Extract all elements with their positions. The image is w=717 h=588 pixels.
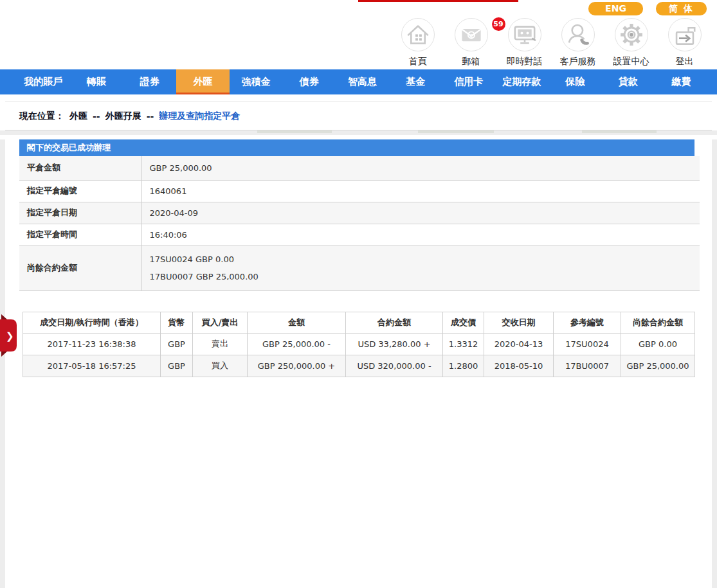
content-panel: 閣下的交易已成功辦理 平倉金額 GBP 25,000.00 指定平倉編號 164… (5, 139, 712, 588)
transaction-row: 2017-11-23 16:38:38 GBP 賣出 GBP 25,000.00… (23, 333, 695, 355)
col-header-reference-number: 參考編號 (554, 312, 621, 333)
home-label: 首頁 (409, 56, 427, 67)
nav-funds[interactable]: 基金 (389, 69, 442, 94)
hidden-menu-edge (257, 130, 332, 133)
detail-row-closeout-number: 指定平倉編號 1640061 (19, 180, 700, 202)
cell-remaining-contract-amount: GBP 25,000.00 (621, 355, 695, 377)
nav-smart-interest[interactable]: 智高息 (336, 69, 389, 94)
nav-bill-payment[interactable]: 繳費 (655, 69, 708, 94)
breadcrumb-separator: -- (93, 111, 100, 121)
live-chat-icon (508, 18, 541, 51)
detail-label: 尚餘合約金額 (19, 245, 141, 290)
language-simplified-chinese-button[interactable]: 简 体 (656, 2, 707, 15)
cell-settlement-date: 2018-05-10 (484, 355, 554, 377)
logout-lock-icon (668, 18, 702, 51)
breadcrumb-current-page-link[interactable]: 辦理及查詢指定平倉 (159, 111, 240, 122)
breadcrumb: 現在位置： 外匯 -- 外匯孖展 -- 辦理及查詢指定平倉 (5, 102, 712, 130)
nav-foreign-exchange[interactable]: 外匯 (176, 69, 230, 94)
nav-mpf[interactable]: 強積金 (230, 69, 283, 94)
expand-sidebar-tab[interactable]: ❯ (0, 313, 18, 358)
customer-service-button[interactable]: 客戶服務 (551, 18, 604, 67)
breadcrumb-bar: 現在位置： 外匯 -- 外匯孖展 -- 辦理及查詢指定平倉 (0, 94, 717, 130)
col-header-amount: 金額 (248, 312, 346, 333)
detail-value: 1640061 (141, 180, 700, 202)
cell-buy-sell: 買入 (193, 355, 248, 377)
page-body: 閣下的交易已成功辦理 平倉金額 GBP 25,000.00 指定平倉編號 164… (0, 139, 717, 588)
home-icon (401, 18, 435, 51)
col-header-trade-datetime: 成交日期/執行時間（香港） (23, 312, 161, 333)
cell-buy-sell: 賣出 (193, 333, 248, 355)
nav-insurance[interactable]: 保險 (549, 69, 602, 94)
main-nav: 我的賬戶 轉賬 證券 外匯 強積金 債券 智高息 基金 信用卡 定期存款 保險 … (0, 69, 717, 94)
cell-remaining-contract-amount: GBP 0.00 (621, 333, 695, 355)
svg-text:e: e (469, 32, 473, 39)
mailbox-button[interactable]: 59 e 郵箱 (444, 18, 498, 67)
cell-reference-number: 17BU0007 (554, 355, 621, 377)
col-header-settlement-date: 交收日期 (484, 312, 554, 333)
detail-value: 17SU0024 GBP 0.00 17BU0007 GBP 25,000.00 (141, 245, 700, 290)
col-header-currency: 貨幣 (161, 312, 193, 333)
hidden-menu-edge (418, 130, 494, 133)
cell-amount: GBP 25,000.00 - (248, 333, 346, 355)
detail-label: 指定平倉時間 (19, 224, 141, 245)
detail-label: 指定平倉編號 (19, 180, 141, 202)
ribbon-top-fold (1, 314, 7, 319)
settings-gear-icon (615, 18, 648, 51)
col-header-buy-sell: 買入/賣出 (193, 312, 248, 333)
detail-row-closeout-date: 指定平倉日期 2020-04-09 (19, 202, 700, 224)
mailbox-label: 郵箱 (462, 56, 480, 67)
logout-label: 登出 (676, 56, 694, 67)
cell-amount: GBP 250,000.00 + (248, 355, 346, 377)
transaction-row: 2017-05-18 16:57:25 GBP 買入 GBP 250,000.0… (23, 355, 695, 377)
cell-currency: GBP (161, 355, 193, 377)
breadcrumb-prefix: 現在位置： (19, 111, 64, 122)
cell-trade-datetime: 2017-05-18 16:57:25 (23, 355, 161, 377)
detail-label: 指定平倉日期 (19, 202, 141, 224)
nav-bonds[interactable]: 債券 (282, 69, 336, 94)
cell-contract-amount: USD 320,000.00 - (346, 355, 443, 377)
detail-label: 平倉金額 (19, 156, 141, 180)
cell-contract-amount: USD 33,280.00 + (346, 333, 443, 355)
detail-value: GBP 25,000.00 (141, 156, 700, 180)
nav-securities[interactable]: 證券 (123, 69, 176, 94)
page-header: ENG 简 体 首頁 59 (0, 0, 717, 69)
home-button[interactable]: 首頁 (391, 18, 444, 67)
col-header-remaining-contract-amount: 尚餘合約金額 (621, 312, 695, 333)
nav-my-accounts[interactable]: 我的賬戶 (17, 69, 70, 94)
logout-button[interactable]: 登出 (658, 18, 711, 67)
nav-loans[interactable]: 貸款 (602, 69, 655, 94)
hidden-menu-edge (582, 130, 657, 133)
menu-shadow-gap (0, 130, 717, 135)
transactions-table: 成交日期/執行時間（香港） 貨幣 買入/賣出 金額 合約金額 成交價 交收日期 … (23, 312, 695, 377)
cell-price: 1.3312 (443, 333, 484, 355)
breadcrumb-separator: -- (147, 111, 154, 121)
settings-center-button[interactable]: 設置中心 (604, 18, 658, 67)
nav-time-deposit[interactable]: 定期存款 (495, 69, 549, 94)
mailbox-unread-badge: 59 (492, 17, 505, 31)
detail-row-closeout-time: 指定平倉時間 16:40:06 (19, 224, 700, 245)
nav-credit-card[interactable]: 信用卡 (442, 69, 496, 94)
live-chat-button[interactable]: 即時對話 (498, 18, 551, 67)
top-red-line (358, 0, 518, 2)
nav-transfer[interactable]: 轉賬 (70, 69, 123, 94)
live-chat-label: 即時對話 (507, 56, 543, 67)
header-icon-row: 首頁 59 e 郵箱 (391, 18, 711, 67)
settings-center-label: 設置中心 (613, 56, 649, 67)
cell-settlement-date: 2020-04-13 (484, 333, 554, 355)
ribbon-bottom-fold (1, 352, 7, 357)
success-message-bar: 閣下的交易已成功辦理 (19, 139, 694, 156)
chevron-right-icon: ❯ (6, 330, 14, 342)
detail-row-remaining-contract-amount: 尚餘合約金額 17SU0024 GBP 0.00 17BU0007 GBP 25… (19, 245, 700, 290)
language-english-button[interactable]: ENG (588, 2, 643, 15)
breadcrumb-item-forex: 外匯 (69, 111, 87, 122)
customer-service-icon (561, 18, 595, 51)
cell-trade-datetime: 2017-11-23 16:38:38 (23, 333, 161, 355)
detail-row-closeout-amount: 平倉金額 GBP 25,000.00 (19, 156, 700, 180)
customer-service-label: 客戶服務 (560, 56, 596, 67)
mailbox-icon: 59 e (455, 18, 488, 51)
transactions-header-row: 成交日期/執行時間（香港） 貨幣 買入/賣出 金額 合約金額 成交價 交收日期 … (23, 312, 695, 333)
remaining-amount-line-2: 17BU0007 GBP 25,000.00 (150, 271, 700, 283)
col-header-contract-amount: 合約金額 (346, 312, 443, 333)
breadcrumb-item-forex-margin: 外匯孖展 (105, 111, 141, 122)
closeout-details-table: 平倉金額 GBP 25,000.00 指定平倉編號 1640061 指定平倉日期… (19, 156, 700, 291)
